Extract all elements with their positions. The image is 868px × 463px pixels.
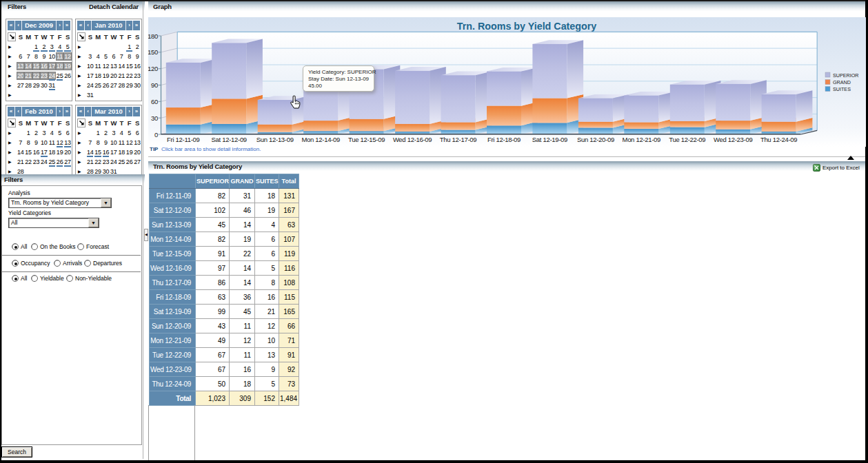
svg-text:SUPERIOR: SUPERIOR: [833, 72, 859, 79]
svg-text:Thu 12-24-09: Thu 12-24-09: [760, 136, 797, 143]
svg-text:Wed 12-16-09: Wed 12-16-09: [393, 136, 432, 143]
svg-text:Sat 12-19-09: Sat 12-19-09: [532, 136, 567, 143]
svg-text:Thu 12-17-09: Thu 12-17-09: [440, 136, 476, 143]
svg-text:Fri 12-11-09: Fri 12-11-09: [167, 136, 199, 143]
svg-text:Mon 12-14-09: Mon 12-14-09: [301, 136, 340, 143]
svg-text:120: 120: [148, 65, 158, 72]
svg-text:Sun 12-20-09: Sun 12-20-09: [577, 136, 614, 143]
svg-text:60: 60: [151, 98, 158, 105]
svg-text:90: 90: [151, 81, 158, 89]
svg-text:Mon 12-21-09: Mon 12-21-09: [623, 136, 661, 143]
svg-text:Fri 12-18-09: Fri 12-18-09: [487, 136, 521, 143]
svg-text:Wed 12-23-09: Wed 12-23-09: [714, 136, 752, 143]
svg-text:150: 150: [148, 48, 158, 56]
svg-text:Sat 12-12-09: Sat 12-12-09: [212, 136, 247, 143]
svg-text:30: 30: [151, 114, 158, 122]
svg-text:Tue 12-22-09: Tue 12-22-09: [669, 136, 705, 143]
svg-text:GRAND: GRAND: [833, 79, 851, 85]
svg-text:Sun 12-13-09: Sun 12-13-09: [256, 136, 294, 143]
svg-text:180: 180: [148, 32, 158, 40]
svg-text:SUITES: SUITES: [833, 86, 851, 92]
svg-text:0: 0: [154, 131, 158, 138]
svg-text:Tue 12-15-09: Tue 12-15-09: [348, 136, 385, 143]
svg-text:Trn. Rooms by Yield Category: Trn. Rooms by Yield Category: [457, 21, 597, 32]
